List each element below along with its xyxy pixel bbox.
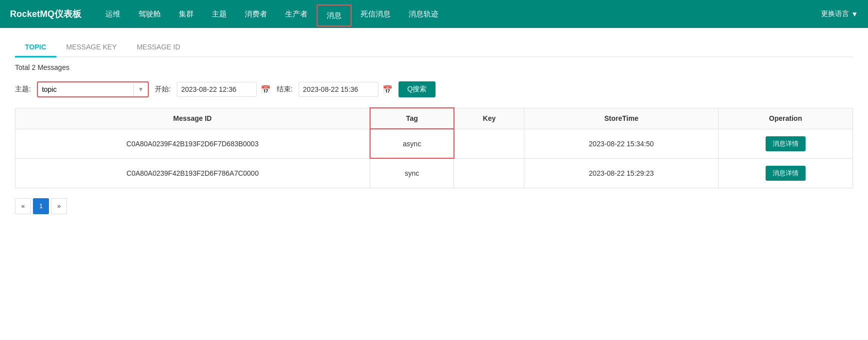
navbar: RocketMQ仪表板 运维 驾驶舱 集群 主题 消费者 生产者 消息 死信消息…: [0, 0, 868, 28]
nav-item-cockpit[interactable]: 驾驶舱: [129, 0, 170, 28]
col-header-store-time: StoreTime: [524, 108, 718, 129]
topic-input[interactable]: [38, 82, 133, 96]
pagination-page-1[interactable]: 1: [33, 198, 49, 214]
start-date-input[interactable]: [177, 82, 257, 97]
tag-cell: sync: [370, 158, 454, 188]
start-calendar-icon[interactable]: 📅: [261, 85, 271, 94]
table-row: C0A80A0239F42B193F2D6F786A7C0000 sync 20…: [15, 158, 853, 188]
key-cell: [454, 129, 524, 158]
operation-cell: 消息详情: [718, 158, 853, 188]
end-label: 结束:: [277, 85, 293, 94]
topic-select-wrapper: ▼: [37, 81, 149, 97]
navbar-menu: 运维 驾驶舱 集群 主题 消费者 生产者 消息 死信消息 消息轨迹: [96, 0, 821, 28]
nav-item-dead-letter[interactable]: 死信消息: [352, 0, 400, 28]
col-header-operation: Operation: [718, 108, 853, 129]
pagination-prev[interactable]: «: [15, 198, 31, 214]
tab-topic[interactable]: TOPIC: [15, 38, 56, 57]
nav-item-message-trace[interactable]: 消息轨迹: [400, 0, 447, 28]
col-header-message-id: Message ID: [15, 108, 370, 129]
store-time-cell: 2023-08-22 15:29:23: [524, 158, 718, 188]
message-table: Message ID Tag Key StoreTime Operation C…: [15, 107, 853, 188]
end-calendar-icon[interactable]: 📅: [383, 85, 393, 94]
end-date-input[interactable]: [299, 82, 379, 97]
store-time-cell: 2023-08-22 15:34:50: [524, 129, 718, 158]
search-bar: 主题: ▼ 开始: 📅 结束: 📅 Q搜索: [15, 81, 853, 97]
nav-item-message[interactable]: 消息: [317, 4, 352, 26]
detail-button-0[interactable]: 消息详情: [766, 136, 806, 151]
total-messages: Total 2 Messages: [15, 63, 853, 71]
search-button[interactable]: Q搜索: [399, 81, 436, 97]
col-header-key: Key: [454, 108, 524, 129]
dropdown-arrow-icon[interactable]: ▼: [133, 83, 148, 96]
pagination: « 1 »: [15, 198, 853, 214]
nav-item-topic[interactable]: 主题: [203, 0, 236, 28]
nav-item-cluster[interactable]: 集群: [170, 0, 203, 28]
col-header-tag: Tag: [370, 108, 454, 129]
message-id-cell: C0A80A0239F42B193F2D6F786A7C0000: [15, 158, 370, 188]
operation-cell: 消息详情: [718, 129, 853, 158]
page-content: TOPIC MESSAGE KEY MESSAGE ID Total 2 Mes…: [0, 28, 868, 224]
pagination-next[interactable]: »: [51, 198, 67, 214]
nav-item-consumer[interactable]: 消费者: [236, 0, 276, 28]
chevron-down-icon: ▼: [851, 10, 858, 18]
navbar-brand[interactable]: RocketMQ仪表板: [10, 8, 81, 20]
lang-switch[interactable]: 更换语言 ▼: [821, 9, 858, 18]
lang-switch-label: 更换语言: [821, 9, 849, 18]
nav-item-yunwei[interactable]: 运维: [96, 0, 129, 28]
nav-item-producer[interactable]: 生产者: [276, 0, 317, 28]
tag-cell: async: [370, 129, 454, 158]
tabs: TOPIC MESSAGE KEY MESSAGE ID: [15, 38, 853, 57]
key-cell: [454, 158, 524, 188]
detail-button-1[interactable]: 消息详情: [766, 166, 806, 181]
table-row: C0A80A0239F42B193F2D6F7D683B0003 async 2…: [15, 129, 853, 158]
topic-label: 主题:: [15, 85, 31, 94]
message-id-cell: C0A80A0239F42B193F2D6F7D683B0003: [15, 129, 370, 158]
tab-message-id[interactable]: MESSAGE ID: [127, 38, 190, 57]
tab-message-key[interactable]: MESSAGE KEY: [56, 38, 127, 57]
start-label: 开始:: [155, 85, 171, 94]
